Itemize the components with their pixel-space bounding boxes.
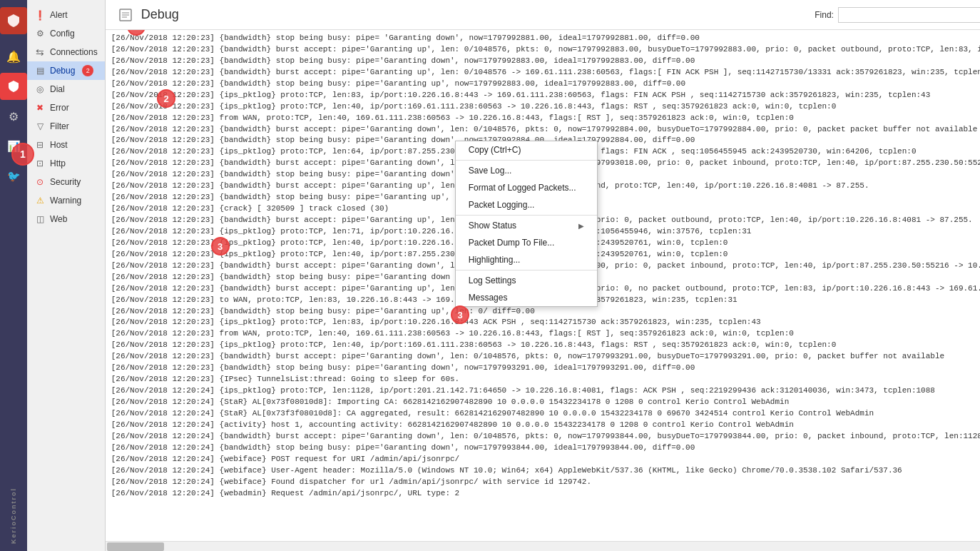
brand-label: KerioControl bbox=[10, 487, 17, 544]
nav-item-security[interactable]: Security bbox=[27, 173, 105, 191]
horizontal-scrollbar[interactable] bbox=[106, 541, 980, 551]
host-icon bbox=[34, 139, 46, 151]
sidebar-icon-alert[interactable]: 🔔 bbox=[0, 43, 27, 70]
log-line: [26/Nov/2018 12:20:24] {activity} host 1… bbox=[111, 420, 980, 431]
top-bar: Debug Find: ● 4 notifications pending...… bbox=[106, 0, 980, 30]
nav-item-connections[interactable]: Connections bbox=[27, 43, 105, 61]
ctx-item-packet-dump[interactable]: Packet Dump To File... bbox=[456, 234, 597, 251]
ctx-label: Log Settings bbox=[469, 276, 516, 285]
log-line: [26/Nov/2018 12:20:23] {bandwidth} burst… bbox=[111, 351, 980, 363]
ctx-label: Copy (Ctrl+C) bbox=[469, 145, 521, 155]
sidebar-icon-chart[interactable]: 📊 bbox=[0, 133, 27, 160]
log-line: [26/Nov/2018 12:20:23] {bandwidth} burst… bbox=[111, 124, 980, 136]
ctx-label: Highlighting... bbox=[469, 255, 521, 265]
connections-icon bbox=[34, 46, 46, 58]
ctx-item-log-settings[interactable]: Log Settings bbox=[456, 272, 597, 289]
error-icon bbox=[34, 102, 46, 113]
ctx-item-show-status[interactable]: Show Status▶ bbox=[456, 217, 597, 234]
ctx-label: Packet Dump To File... bbox=[469, 238, 555, 248]
log-line: [26/Nov/2018 12:20:24] {bandwidth} burst… bbox=[111, 431, 980, 443]
nav-item-debug[interactable]: Debug 2 bbox=[27, 61, 105, 80]
nav-item-filter[interactable]: Filter bbox=[27, 117, 105, 136]
sidebar-icons: 🔔 ⚙ 📊 🐦 KerioControl bbox=[0, 0, 27, 551]
log-line: [26/Nov/2018 12:20:23] {bandwidth} stop … bbox=[111, 363, 980, 374]
top-bar-right: Find: ● 4 notifications pending... admin… bbox=[815, 7, 980, 23]
ctx-label: Show Status bbox=[469, 221, 516, 231]
find-input[interactable] bbox=[838, 7, 980, 23]
log-area[interactable]: [26/Nov/2018 12:20:23] {bandwidth} stop … bbox=[106, 30, 980, 551]
log-line: [26/Nov/2018 12:20:24] {ips_pktlog} prot… bbox=[111, 385, 980, 397]
nav-item-alert[interactable]: Alert bbox=[27, 6, 105, 24]
ctx-label: Format of Logged Packets... bbox=[469, 183, 576, 193]
config-icon bbox=[34, 28, 46, 39]
http-icon bbox=[34, 158, 46, 169]
log-line: [26/Nov/2018 12:20:23] from WAN, proto:T… bbox=[111, 328, 980, 340]
logo-button[interactable] bbox=[0, 7, 27, 34]
filter-icon bbox=[34, 121, 46, 132]
log-line: [26/Nov/2018 12:20:24] {webiface} Found … bbox=[111, 477, 980, 488]
ctx-label: Messages bbox=[469, 293, 508, 303]
log-line: [26/Nov/2018 12:20:23] {IPsec} TunnelsLi… bbox=[111, 374, 980, 385]
ctx-item-format-packets[interactable]: Format of Logged Packets... bbox=[456, 179, 597, 196]
nav-item-error[interactable]: Error bbox=[27, 98, 105, 117]
log-line: [26/Nov/2018 12:20:23] {bandwidth} stop … bbox=[111, 33, 980, 44]
nav-panel: Alert Config Connections Debug 2 Dial Er… bbox=[27, 0, 106, 551]
debug-badge: 2 bbox=[82, 65, 93, 76]
ctx-item-highlighting[interactable]: Highlighting... bbox=[456, 251, 597, 268]
find-label: Find: bbox=[815, 10, 834, 20]
log-line: [26/Nov/2018 12:20:23] {bandwidth} stop … bbox=[111, 306, 980, 318]
page-title: Debug bbox=[141, 7, 179, 22]
sidebar-icon-gear[interactable]: ⚙ bbox=[0, 103, 27, 130]
nav-item-http[interactable]: Http bbox=[27, 154, 105, 173]
web-icon bbox=[34, 213, 46, 225]
log-line: [26/Nov/2018 12:20:23] {bandwidth} stop … bbox=[111, 56, 980, 67]
ctx-separator bbox=[456, 160, 597, 161]
main-area: Debug Find: ● 4 notifications pending...… bbox=[106, 0, 980, 551]
log-line: [26/Nov/2018 12:20:23] {bandwidth} burst… bbox=[111, 67, 980, 79]
sidebar-icon-bird[interactable]: 🐦 bbox=[0, 163, 27, 190]
log-line: [26/Nov/2018 12:20:23] {ips_pktlog} prot… bbox=[111, 101, 980, 113]
nav-item-web[interactable]: Web bbox=[27, 210, 105, 228]
scrollbar-h-thumb[interactable] bbox=[107, 542, 164, 551]
log-line: [26/Nov/2018 12:20:23] {bandwidth} burst… bbox=[111, 44, 980, 56]
log-line: [26/Nov/2018 12:20:24] {StaR} AL[0x73f08… bbox=[111, 397, 980, 408]
log-line: [26/Nov/2018 12:20:24] {webadmin} Reques… bbox=[111, 488, 980, 500]
submenu-arrow-icon: ▶ bbox=[578, 222, 584, 230]
dial-icon bbox=[34, 84, 46, 95]
ctx-label: Packet Logging... bbox=[469, 200, 535, 210]
log-line: [26/Nov/2018 12:20:24] {StaR} AL[0x73f3f… bbox=[111, 408, 980, 420]
log-line: [26/Nov/2018 12:20:24] {webiface} User-A… bbox=[111, 465, 980, 477]
log-line: [26/Nov/2018 12:20:23] {ips_pktlog} prot… bbox=[111, 340, 980, 351]
context-menu: Copy (Ctrl+C)Save Log...Format of Logged… bbox=[455, 141, 598, 307]
warning-icon bbox=[34, 195, 46, 206]
ctx-separator bbox=[456, 215, 597, 216]
nav-item-dial[interactable]: Dial bbox=[27, 80, 105, 98]
log-line: [26/Nov/2018 12:20:23] {bandwidth} stop … bbox=[111, 79, 980, 90]
nav-item-config[interactable]: Config bbox=[27, 24, 105, 43]
nav-item-host[interactable]: Host bbox=[27, 136, 105, 154]
log-line: [26/Nov/2018 12:20:23] from WAN, proto:T… bbox=[111, 113, 980, 124]
log-line: [26/Nov/2018 12:20:23] {ips_pktlog} prot… bbox=[111, 90, 980, 101]
log-line: [26/Nov/2018 12:20:23] {ips_pktlog} prot… bbox=[111, 317, 980, 328]
nav-item-warning[interactable]: Warning bbox=[27, 191, 105, 210]
ctx-item-messages[interactable]: Messages bbox=[456, 289, 597, 306]
ctx-item-copy[interactable]: Copy (Ctrl+C) bbox=[456, 141, 597, 158]
ctx-item-save-log[interactable]: Save Log... bbox=[456, 162, 597, 179]
ctx-label: Save Log... bbox=[469, 166, 512, 176]
ctx-item-packet-logging[interactable]: Packet Logging... bbox=[456, 196, 597, 213]
page-title-icon bbox=[117, 6, 134, 24]
find-area: Find: bbox=[815, 7, 980, 23]
log-line: [26/Nov/2018 12:20:24] {webiface} POST r… bbox=[111, 454, 980, 465]
alert-icon bbox=[34, 9, 46, 21]
log-line: [26/Nov/2018 12:20:24] {bandwidth} stop … bbox=[111, 443, 980, 454]
page-title-area: Debug bbox=[117, 6, 179, 24]
ctx-separator bbox=[456, 270, 597, 271]
sidebar-icon-shield[interactable] bbox=[0, 73, 27, 100]
debug-icon bbox=[34, 65, 46, 76]
security-icon bbox=[34, 176, 46, 188]
